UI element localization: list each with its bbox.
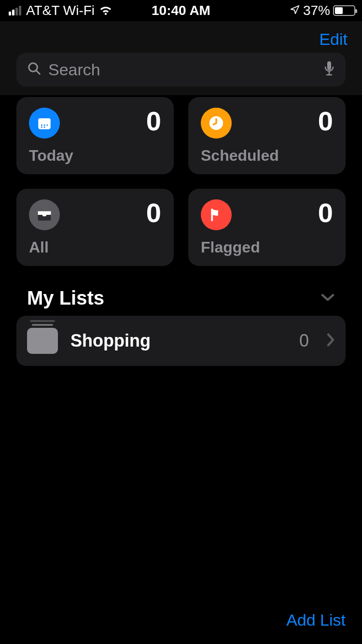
card-scheduled[interactable]: 0 Scheduled (188, 97, 346, 174)
svg-point-10 (41, 126, 42, 128)
card-scheduled-count: 0 (318, 108, 333, 135)
list-count: 0 (299, 331, 309, 351)
card-today-count: 0 (146, 108, 161, 135)
section-title: My Lists (27, 287, 104, 309)
chevron-down-icon (320, 293, 335, 304)
smart-list-grid: 0 Today 0 Scheduled 0 All (16, 97, 346, 266)
search-input[interactable] (48, 60, 317, 79)
my-lists-header[interactable]: My Lists (16, 287, 346, 309)
carrier-label: AT&T Wi-Fi (26, 3, 95, 18)
cellular-signal-icon (9, 6, 21, 15)
clock-icon (201, 108, 232, 139)
main-content: 0 Today 0 Scheduled 0 All (0, 97, 362, 366)
battery-icon (333, 5, 355, 16)
chevron-right-icon (326, 333, 335, 349)
card-all-label: All (29, 238, 161, 256)
edit-button[interactable]: Edit (319, 30, 348, 49)
svg-rect-2 (327, 61, 331, 70)
card-scheduled-label: Scheduled (201, 147, 333, 165)
card-all-count: 0 (146, 199, 161, 226)
battery-percent: 37% (303, 3, 330, 18)
svg-point-9 (46, 125, 48, 126)
inbox-icon (29, 199, 60, 230)
search-row (0, 53, 362, 86)
status-left: AT&T Wi-Fi (9, 3, 113, 18)
location-icon (290, 3, 300, 18)
list-stack-icon (27, 328, 58, 354)
wifi-icon (98, 5, 113, 16)
card-flagged-label: Flagged (201, 238, 333, 256)
search-icon (27, 61, 42, 78)
status-right: 37% (290, 3, 355, 18)
status-bar: AT&T Wi-Fi 10:40 AM 37% (0, 0, 362, 21)
card-today-label: Today (29, 147, 161, 165)
flag-icon (201, 199, 232, 230)
battery-fill (335, 7, 343, 14)
clock: 10:40 AM (152, 3, 210, 18)
card-flagged-count: 0 (318, 199, 333, 226)
list-name: Shopping (70, 331, 287, 351)
add-list-button[interactable]: Add List (286, 611, 346, 630)
search-bar[interactable] (16, 53, 346, 86)
list-item-shopping[interactable]: Shopping 0 (16, 316, 346, 366)
card-today[interactable]: 0 Today (16, 97, 174, 174)
svg-point-7 (41, 125, 42, 126)
calendar-today-icon (29, 108, 60, 139)
svg-rect-6 (38, 118, 51, 122)
card-all[interactable]: 0 All (16, 189, 174, 266)
bottom-toolbar: Add List (0, 599, 362, 644)
svg-point-11 (44, 126, 45, 128)
svg-line-1 (36, 70, 40, 74)
svg-point-8 (44, 125, 45, 126)
header: Edit (0, 21, 362, 95)
nav-row: Edit (0, 21, 362, 53)
dictation-icon[interactable] (323, 60, 335, 79)
card-flagged[interactable]: 0 Flagged (188, 189, 346, 266)
